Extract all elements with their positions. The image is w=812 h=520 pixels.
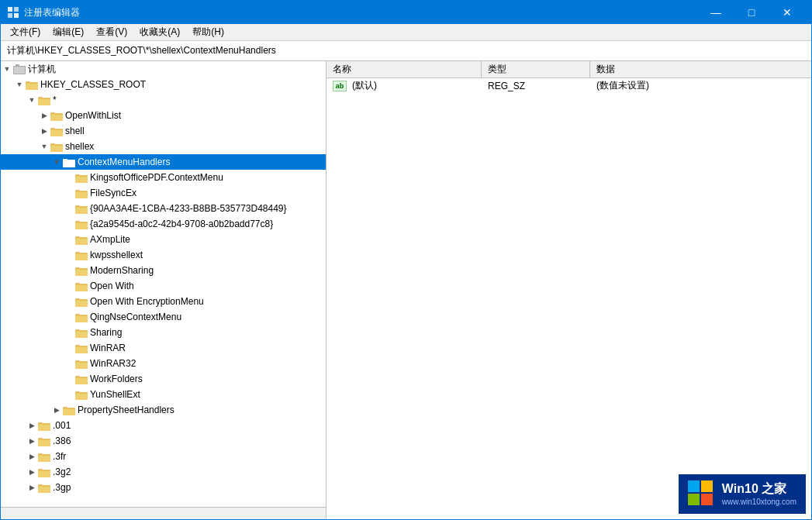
tree-node-filesyncex[interactable]: FileSyncEx xyxy=(1,185,326,201)
list-cell-name: ab (默认) xyxy=(327,78,482,94)
svg-rect-57 xyxy=(75,329,80,332)
tree-label-workfolders: WorkFolders xyxy=(90,374,143,384)
tree-node-yunshellext[interactable]: YunShellExt xyxy=(1,387,326,402)
tree-node-ext386[interactable]: ▶ .386 xyxy=(1,433,326,449)
expand-icon-ext3fr[interactable]: ▶ xyxy=(26,450,38,463)
expand-icon-ext386[interactable]: ▶ xyxy=(26,435,38,447)
tree-label-filesyncex: FileSyncEx xyxy=(90,188,136,198)
tree-label-winrar32: WinRAR32 xyxy=(90,358,136,369)
workfolders-icon xyxy=(75,374,88,384)
svg-rect-35 xyxy=(75,223,88,229)
expand-icon-ext001[interactable]: ▶ xyxy=(26,419,38,432)
tree-node-hkcr[interactable]: ▼ HKEY_CLASSES_ROOT xyxy=(1,77,326,92)
svg-rect-20 xyxy=(50,146,63,152)
tree-node-star[interactable]: ▼ * xyxy=(1,92,326,108)
expand-icon-propertysheethandlers[interactable]: ▶ xyxy=(50,404,63,416)
expand-icon-shell[interactable]: ▶ xyxy=(38,125,50,137)
ab-icon: ab xyxy=(333,81,347,91)
expand-icon-hkcr[interactable]: ▼ xyxy=(13,78,26,91)
list-item-name: (默认) xyxy=(352,79,377,92)
tree-node-openwithencryptionmenu[interactable]: Open With EncryptionMenu xyxy=(1,294,326,309)
svg-rect-53 xyxy=(75,316,88,322)
tree-label-kwpsshellext: kwpsshellext xyxy=(90,250,143,260)
tree-node-openwith[interactable]: Open With xyxy=(1,278,326,294)
expand-icon-openwithlist[interactable]: ▶ xyxy=(38,109,50,122)
tree-node-qingnsecontextmenu[interactable]: QingNseContextMenu xyxy=(1,309,326,325)
expand-icon-contextmenuhandlers[interactable]: ▼ xyxy=(50,156,63,168)
expand-icon-ext3g2[interactable]: ▶ xyxy=(26,466,38,478)
menu-file[interactable]: 文件(F) xyxy=(4,24,47,40)
tree-label-yunshellext: YunShellExt xyxy=(90,389,140,400)
svg-rect-29 xyxy=(75,192,88,198)
tree-node-kingsoftoffice[interactable]: KingsoftOfficePDF.ContextMenu xyxy=(1,170,326,185)
tree-node-workfolders[interactable]: WorkFolders xyxy=(1,371,326,387)
tree-node-modernsharing[interactable]: ModernSharing xyxy=(1,263,326,278)
svg-rect-66 xyxy=(75,376,80,378)
svg-rect-50 xyxy=(75,301,88,307)
tree-label-winrar: WinRAR xyxy=(90,343,126,353)
svg-rect-75 xyxy=(38,422,43,425)
menu-help[interactable]: 帮助(H) xyxy=(186,24,230,40)
expand-icon-star[interactable]: ▼ xyxy=(26,94,38,106)
svg-rect-54 xyxy=(75,314,80,316)
list-cell-type: REG_SZ xyxy=(482,79,590,93)
svg-rect-62 xyxy=(75,363,88,369)
maximize-button[interactable]: □ xyxy=(734,1,769,24)
svg-rect-23 xyxy=(63,161,75,167)
tree-label-star: * xyxy=(53,95,57,105)
tree-node-computer[interactable]: ▼ 计算机 xyxy=(1,61,326,77)
svg-rect-11 xyxy=(38,99,50,105)
tree-node-ext3gp[interactable]: ▶ .3gp xyxy=(1,480,326,495)
svg-rect-21 xyxy=(50,143,55,146)
svg-rect-65 xyxy=(75,378,88,384)
tree-node-openwithlist[interactable]: ▶ OpenWithList xyxy=(1,108,326,123)
tree-label-modernsharing: ModernSharing xyxy=(90,265,154,276)
svg-rect-5 xyxy=(14,67,25,74)
tree-label-openwith: Open With xyxy=(90,281,134,291)
tree-label-guid1: {90AA3A4E-1CBA-4233-B8BB-535773D48449} xyxy=(90,203,287,214)
tree-node-kwpsshellext[interactable]: kwpsshellext xyxy=(1,247,326,263)
tree-label-axmplite: AXmpLite xyxy=(90,234,130,245)
tree-node-winrar32[interactable]: WinRAR32 xyxy=(1,356,326,371)
tree-node-sharing[interactable]: Sharing xyxy=(1,325,326,340)
tree-node-shell[interactable]: ▶ shell xyxy=(1,123,326,139)
tree-panel: ▼ 计算机 ▼ xyxy=(1,61,327,519)
tree-node-ext001[interactable]: ▶ .001 xyxy=(1,418,326,433)
tree-node-winrar[interactable]: WinRAR xyxy=(1,340,326,356)
col-header-data[interactable]: 数据 xyxy=(590,61,811,77)
window-title: 注册表编辑器 xyxy=(24,6,698,19)
tree-label-computer: 计算机 xyxy=(28,63,56,76)
tree-node-propertysheethandlers[interactable]: ▶ PropertySheetHandlers xyxy=(1,402,326,418)
tree-node-ext3fr[interactable]: ▶ .3fr xyxy=(1,449,326,464)
app-icon xyxy=(7,6,19,19)
expand-icon-shellex[interactable]: ▼ xyxy=(38,140,50,153)
menu-edit[interactable]: 编辑(E) xyxy=(47,24,90,40)
list-cell-data: (数值未设置) xyxy=(590,78,811,94)
tree-node-guid1[interactable]: {90AA3A4E-1CBA-4233-B8BB-535773D48449} xyxy=(1,201,326,216)
guid1-icon xyxy=(75,203,88,214)
tree-node-guid2[interactable]: {a2a9545d-a0c2-42b4-9708-a0b2badd77c8} xyxy=(1,216,326,232)
svg-rect-33 xyxy=(75,205,80,208)
col-header-name[interactable]: 名称 xyxy=(327,61,482,77)
tree-node-shellex[interactable]: ▼ shellex xyxy=(1,139,326,154)
tree-label-ext3gp: .3gp xyxy=(53,482,71,493)
expand-icon-computer[interactable]: ▼ xyxy=(1,63,13,75)
list-row-default[interactable]: ab (默认) REG_SZ (数值未设置) xyxy=(327,78,811,94)
svg-rect-32 xyxy=(75,208,88,214)
menu-favorites[interactable]: 收藏夹(A) xyxy=(133,24,186,40)
close-button[interactable]: ✕ xyxy=(769,1,805,24)
minimize-button[interactable]: — xyxy=(698,1,734,24)
menu-view[interactable]: 查看(V) xyxy=(90,24,133,40)
svg-rect-41 xyxy=(75,254,88,260)
svg-rect-59 xyxy=(75,347,88,353)
col-header-type[interactable]: 类型 xyxy=(482,61,590,77)
hkcr-icon xyxy=(26,79,38,90)
tree-node-axmplite[interactable]: AXmpLite xyxy=(1,232,326,247)
svg-rect-1 xyxy=(14,7,19,12)
tree-hscrollbar[interactable] xyxy=(1,507,326,519)
ext3gp-icon xyxy=(38,482,50,493)
tree-node-ext3g2[interactable]: ▶ .3g2 xyxy=(1,464,326,480)
tree-node-contextmenuhandlers[interactable]: ▼ ContextMenuHandlers xyxy=(1,154,326,170)
tree-scroll[interactable]: ▼ 计算机 ▼ xyxy=(1,61,326,507)
expand-icon-ext3gp[interactable]: ▶ xyxy=(26,481,38,494)
